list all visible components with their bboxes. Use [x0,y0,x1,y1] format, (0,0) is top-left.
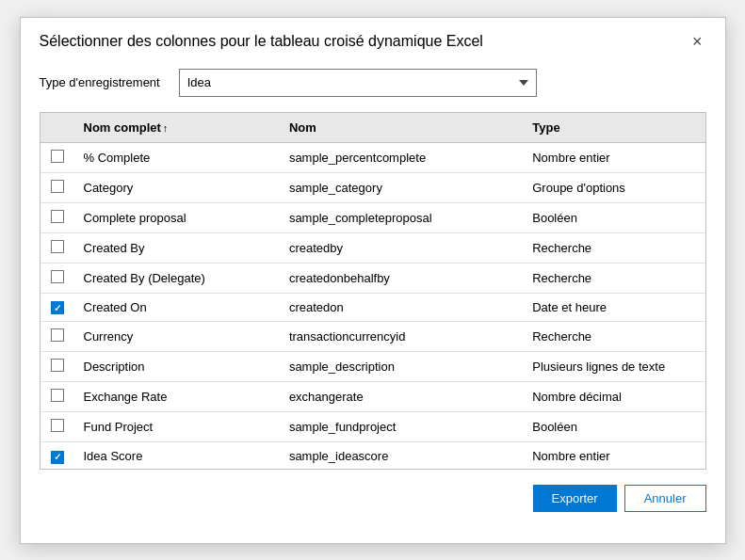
row-checkbox[interactable] [51,270,64,283]
table-row: Descriptionsample_descriptionPlusieurs l… [40,352,705,382]
cell-nom: sample_ideascore [280,442,523,470]
row-checkbox[interactable] [51,419,64,432]
cell-type: Date et heure [523,293,705,322]
cell-type: Recherche [523,322,705,352]
close-button[interactable]: × [688,33,706,50]
cell-nom: createdon [280,293,523,322]
dialog-header: Sélectionner des colonnes pour le tablea… [21,18,725,61]
table-row: CurrencytransactioncurrencyidRecherche [40,322,705,352]
type-col-header: Type [523,113,705,143]
row-checkbox[interactable] [51,359,64,372]
record-type-label: Type d'enregistrement [40,75,160,89]
cell-type: Plusieurs lignes de texte [523,352,705,382]
cell-type: Booléen [523,202,705,232]
row-checkbox[interactable] [51,180,64,193]
cell-nom: sample_category [280,172,523,202]
table-header-row: Nom complet↑ Nom Type [40,113,705,143]
export-button[interactable]: Exporter [533,485,617,512]
cell-nom-complet: Created By (Delegate) [74,263,280,293]
cell-nom: createdby [280,232,523,263]
cell-type: Nombre entier [523,442,705,470]
dialog: Sélectionner des colonnes pour le tablea… [20,17,726,544]
table-row: Complete proposalsample_completeproposal… [40,202,705,232]
cell-nom-complet: Created By [74,232,280,263]
cell-nom: sample_completeproposal [280,202,523,232]
table-row: Idea Scoresample_ideascoreNombre entier [40,442,705,470]
table-container: Nom complet↑ Nom Type % Completesample_p… [40,112,706,470]
cell-type: Groupe d'options [523,172,705,202]
cancel-button[interactable]: Annuler [624,485,706,512]
sort-arrow-icon: ↑ [163,122,169,134]
cell-nom-complet: Currency [74,322,280,352]
nom-complet-col-header[interactable]: Nom complet↑ [74,113,280,143]
table-body: % Completesample_percentcompleteNombre e… [40,142,705,470]
row-checkbox[interactable] [51,301,64,314]
cell-nom-complet: Created On [74,293,280,322]
cell-nom: transactioncurrencyid [280,322,523,352]
cell-nom-complet: Idea Score [74,442,280,470]
cell-nom-complet: Complete proposal [74,202,280,232]
record-type-row: Type d'enregistrement Idea [21,61,725,112]
columns-table: Nom complet↑ Nom Type % Completesample_p… [40,113,705,470]
cell-nom-complet: Description [74,352,280,382]
table-row: Created OncreatedonDate et heure [40,293,705,322]
nom-col-header: Nom [280,113,523,143]
cell-type: Recherche [523,263,705,293]
table-row: Created By (Delegate)createdonbehalfbyRe… [40,263,705,293]
cell-nom: sample_fundproject [280,412,523,442]
cell-nom: sample_description [280,352,523,382]
row-checkbox[interactable] [51,328,64,342]
row-checkbox[interactable] [51,451,64,464]
table-row: Categorysample_categoryGroupe d'options [40,172,705,202]
table-row: Created BycreatedbyRecherche [40,232,705,263]
dialog-title: Sélectionner des colonnes pour le tablea… [40,33,483,50]
cell-nom-complet: Category [74,172,280,202]
table-row: Exchange RateexchangerateNombre décimal [40,382,705,412]
cell-nom: createdonbehalfby [280,263,523,293]
cell-nom: exchangerate [280,382,523,412]
cell-nom-complet: Exchange Rate [74,382,280,412]
row-checkbox[interactable] [51,389,64,402]
checkbox-col-header [40,113,74,143]
dialog-footer: Exporter Annuler [21,470,725,527]
cell-type: Booléen [523,412,705,442]
cell-nom-complet: Fund Project [74,412,280,442]
cell-type: Nombre entier [523,142,705,172]
cell-nom-complet: % Complete [74,142,280,172]
cell-type: Recherche [523,232,705,263]
cell-nom: sample_percentcomplete [280,142,523,172]
record-type-select[interactable]: Idea [179,69,537,97]
row-checkbox[interactable] [51,210,64,223]
cell-type: Nombre décimal [523,382,705,412]
table-row: % Completesample_percentcompleteNombre e… [40,142,705,172]
table-row: Fund Projectsample_fundprojectBooléen [40,412,705,442]
row-checkbox[interactable] [51,150,64,163]
row-checkbox[interactable] [51,240,64,253]
